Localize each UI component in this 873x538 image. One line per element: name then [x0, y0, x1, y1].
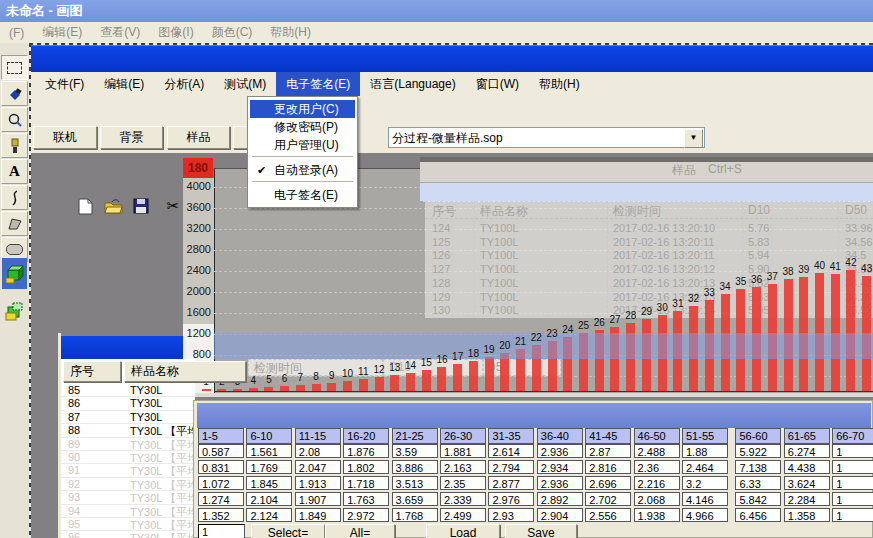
- left-table-row[interactable]: 90TY30L 【平均】: [61, 451, 195, 464]
- left-window-titlebar[interactable]: [61, 336, 183, 359]
- grid-cell[interactable]: 1.938: [634, 508, 680, 522]
- sop-combobox[interactable]: 分过程-微量样品.sop ▼: [388, 127, 705, 148]
- grid-column-header[interactable]: 21-25: [392, 428, 438, 444]
- grid-cell[interactable]: 2.877: [488, 476, 534, 490]
- grid-cell[interactable]: 2.904: [537, 508, 583, 522]
- left-table-row[interactable]: 94TY30L 【平均】: [61, 505, 195, 518]
- grid-column-header[interactable]: 51-55: [682, 428, 728, 444]
- online-button[interactable]: 联机: [33, 126, 97, 149]
- grid-cell[interactable]: 1.561: [246, 444, 292, 458]
- grid-cell[interactable]: 1.718: [343, 476, 389, 490]
- fill-tool-icon[interactable]: [1, 81, 28, 106]
- grid-cell[interactable]: 1.849: [295, 508, 341, 522]
- grid-cell[interactable]: 2.36: [634, 460, 680, 474]
- grid-column-header[interactable]: 1-5: [198, 428, 244, 444]
- dropdown-item[interactable]: 电子签名(E): [250, 186, 355, 204]
- select-button[interactable]: Select=: [251, 524, 325, 538]
- grid-cell[interactable]: 2.702: [585, 492, 631, 506]
- dropdown-item[interactable]: ✔自动登录(A): [250, 161, 355, 179]
- paint-menu-item[interactable]: 颜色(C): [203, 24, 262, 41]
- app-menu-item[interactable]: 窗口(W): [466, 72, 529, 97]
- load-button[interactable]: Load: [426, 524, 500, 538]
- curve-tool-icon[interactable]: [1, 185, 28, 210]
- sample-button[interactable]: 样品: [167, 126, 230, 149]
- save-icon[interactable]: [130, 196, 152, 216]
- grid-cell[interactable]: 6.274: [784, 444, 830, 458]
- grid-cell[interactable]: 2.047: [295, 460, 341, 474]
- grid-cell[interactable]: 2.124: [246, 508, 292, 522]
- app-menu-item[interactable]: 文件(F): [35, 72, 94, 97]
- grid-cell[interactable]: 1: [832, 444, 873, 458]
- app-menu-item[interactable]: 分析(A): [154, 72, 214, 97]
- grid-cell[interactable]: 5.922: [735, 444, 781, 458]
- grid-cell[interactable]: 2.339: [440, 492, 486, 506]
- cut-icon[interactable]: ✂: [162, 196, 184, 216]
- paint-menu-item[interactable]: 编辑(E): [33, 24, 91, 41]
- row-count-input[interactable]: 1: [198, 524, 245, 538]
- grid-cell[interactable]: 4.146: [682, 492, 728, 506]
- grid-cell[interactable]: 1.88: [682, 444, 728, 458]
- app-menu-item[interactable]: 编辑(E): [94, 72, 154, 97]
- left-table-row[interactable]: 89TY30L 【平均】: [61, 438, 195, 451]
- paint-menu-item[interactable]: (F): [0, 26, 33, 40]
- grid-cell[interactable]: 5.842: [735, 492, 781, 506]
- grid-column-header[interactable]: 31-35: [488, 428, 534, 444]
- grid-cell[interactable]: 2.614: [488, 444, 534, 458]
- grid-cell[interactable]: 3.886: [392, 460, 438, 474]
- grid-cell[interactable]: 2.794: [488, 460, 534, 474]
- grid-cell[interactable]: 2.696: [585, 476, 631, 490]
- left-table-row[interactable]: 85TY30L: [61, 384, 195, 397]
- grid-cell[interactable]: 1.358: [784, 508, 830, 522]
- grid-cell[interactable]: 1: [832, 460, 873, 474]
- paint-menu-item[interactable]: 查看(V): [91, 24, 149, 41]
- grid-cell[interactable]: 1.769: [246, 460, 292, 474]
- left-table-row[interactable]: 92TY30L 【平均】: [61, 478, 195, 491]
- grid-cell[interactable]: 4.438: [784, 460, 830, 474]
- text-tool-icon[interactable]: A: [1, 159, 28, 184]
- grid-cell[interactable]: 1.072: [198, 476, 244, 490]
- left-col-name[interactable]: 样品名称: [124, 361, 246, 382]
- left-table-row[interactable]: 96TY30L 【平均】: [61, 531, 195, 538]
- all-button[interactable]: All=: [325, 524, 395, 538]
- grid-cell[interactable]: 0.587: [198, 444, 244, 458]
- left-col-num[interactable]: 序号: [63, 361, 121, 382]
- grid-cell[interactable]: 2.284: [784, 492, 830, 506]
- grid-cell[interactable]: 2.35: [440, 476, 486, 490]
- grid-cell[interactable]: 2.499: [440, 508, 486, 522]
- dropdown-item[interactable]: 更改用户(C): [250, 100, 355, 118]
- grid-cell[interactable]: 2.068: [634, 492, 680, 506]
- yellow-cube-icon[interactable]: [2, 295, 27, 326]
- grid-cell[interactable]: 1.352: [198, 508, 244, 522]
- grid-cell[interactable]: 1.763: [343, 492, 389, 506]
- grid-cell[interactable]: 3.513: [392, 476, 438, 490]
- grid-cell[interactable]: 3.624: [784, 476, 830, 490]
- paint-menu-item[interactable]: 图像(I): [149, 24, 202, 41]
- open-folder-icon[interactable]: [102, 196, 124, 216]
- grid-cell[interactable]: 4.966: [682, 508, 728, 522]
- grid-cell[interactable]: 1.802: [343, 460, 389, 474]
- grid-cell[interactable]: 2.464: [682, 460, 728, 474]
- grid-cell[interactable]: 6.33: [735, 476, 781, 490]
- grid-cell[interactable]: 2.892: [537, 492, 583, 506]
- app-menu-item[interactable]: 帮助(H): [529, 72, 590, 97]
- grid-column-header[interactable]: 61-65: [784, 428, 830, 444]
- grid-column-header[interactable]: 46-50: [634, 428, 680, 444]
- grid-cell[interactable]: 1: [832, 508, 873, 522]
- grid-cell[interactable]: 1.274: [198, 492, 244, 506]
- left-table-row[interactable]: 95TY30L 【平均】: [61, 518, 195, 531]
- grid-cell[interactable]: 2.936: [537, 476, 583, 490]
- green-cube-icon[interactable]: [2, 258, 27, 289]
- grid-column-header[interactable]: 26-30: [440, 428, 486, 444]
- grid-cell[interactable]: 2.104: [246, 492, 292, 506]
- grid-cell[interactable]: 1.768: [392, 508, 438, 522]
- left-table-row[interactable]: 87TY30L: [61, 411, 195, 424]
- left-table-row[interactable]: 86TY30L: [61, 397, 195, 410]
- left-table-row[interactable]: 93TY30L 【平均】: [61, 491, 195, 504]
- magnifier-tool-icon[interactable]: [1, 107, 28, 132]
- grid-cell[interactable]: 2.976: [488, 492, 534, 506]
- grid-cell[interactable]: 1.907: [295, 492, 341, 506]
- grid-cell[interactable]: 1.845: [246, 476, 292, 490]
- grid-column-header[interactable]: 16-20: [343, 428, 389, 444]
- grid-cell[interactable]: 2.163: [440, 460, 486, 474]
- grid-cell[interactable]: 1.913: [295, 476, 341, 490]
